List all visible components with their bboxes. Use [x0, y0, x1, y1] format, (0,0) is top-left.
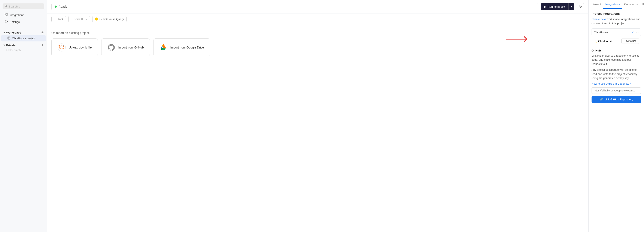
play-icon: ▶	[544, 5, 546, 8]
svg-point-11	[61, 45, 62, 45]
github-description-2: Any project collaborator will be able to…	[592, 68, 641, 80]
github-icon	[108, 44, 115, 51]
document-icon	[7, 36, 10, 40]
svg-point-9	[59, 45, 60, 46]
more-options-button[interactable]: ···	[636, 30, 639, 34]
svg-point-10	[63, 45, 64, 46]
private-chevron-icon[interactable]: ▾	[4, 44, 5, 47]
upload-ipynb-label: Upload .ipynb file	[69, 46, 92, 49]
main-wrapper: Ready ▶ Run notebook ▾ ↻ + Block + Code …	[47, 0, 588, 232]
private-section-header: ▾ Private +	[0, 41, 47, 48]
project-integrations-section: Project integrations Create new workspac…	[592, 12, 641, 25]
run-notebook-button[interactable]: ▶ Run notebook	[541, 3, 568, 10]
run-dropdown-button[interactable]: ▾	[569, 3, 574, 10]
import-title: Or import an existing project...	[52, 31, 584, 35]
refresh-icon: ↻	[579, 5, 582, 9]
clickhouse-integration-item: ClickHouse ✓ ··· ClickHouse How to use	[592, 28, 641, 45]
add-code-button[interactable]: + Code ⌘ + J	[68, 16, 90, 22]
github-section: GitHub Link this project to a repository…	[592, 49, 641, 103]
svg-point-0	[5, 5, 7, 7]
import-drive-card[interactable]: Import from Google Drive	[153, 38, 210, 56]
import-drive-label: Import from Google Drive	[170, 46, 204, 49]
svg-rect-1	[5, 13, 6, 14]
jupyter-icon	[58, 43, 66, 51]
project-integrations-title: Project integrations	[592, 12, 641, 15]
top-toolbar: Ready ▶ Run notebook ▾ ↻	[47, 0, 588, 13]
right-panel-content: Project integrations Create new workspac…	[588, 9, 644, 106]
add-block-button[interactable]: + Block	[52, 16, 66, 22]
status-text: Ready	[58, 5, 67, 8]
search-placeholder: Search...	[9, 5, 20, 8]
sidebar-item-settings[interactable]: Settings	[1, 18, 46, 25]
link-github-repo-label: Link GitHub Repository	[604, 98, 633, 101]
svg-rect-4	[7, 15, 8, 16]
add-block-label: + Block	[54, 17, 63, 21]
right-panel-tabs: Project Integrations Comments History	[588, 0, 644, 9]
how-to-use-button[interactable]: How to use	[621, 38, 639, 44]
sidebar-item-integrations-label: Integrations	[10, 13, 24, 17]
clickhouse-bars-icon	[95, 17, 98, 21]
tab-integrations[interactable]: Integrations	[603, 0, 622, 9]
status-bar: Ready	[52, 3, 538, 10]
status-dot	[54, 5, 57, 8]
block-toolbar: + Block + Code ⌘ + J + ClickHouse Query	[47, 13, 588, 25]
refresh-button[interactable]: ↻	[577, 3, 584, 10]
svg-point-5	[6, 21, 7, 22]
integrations-icon	[5, 13, 8, 17]
workspace-chevron-icon[interactable]: ▾	[4, 31, 5, 34]
create-new-text: Create new workspace integrations and co…	[592, 17, 641, 25]
create-new-link[interactable]: Create new	[592, 17, 606, 21]
link-icon: 🔗	[600, 98, 603, 101]
svg-rect-2	[7, 13, 8, 14]
workspace-add-button[interactable]: +	[42, 30, 44, 34]
import-cards: Upload .ipynb file Import from GitHub	[52, 38, 584, 56]
clickhouse-sub-name: ClickHouse	[598, 39, 612, 43]
svg-rect-3	[5, 15, 6, 16]
search-bar[interactable]: Search...	[2, 3, 44, 9]
sidebar-item-integrations[interactable]: Integrations	[1, 11, 46, 18]
tab-project[interactable]: Project	[590, 0, 603, 9]
code-shortcut: ⌘ + J	[81, 18, 87, 20]
clickhouse-project-label: ClickHouse project	[12, 37, 35, 40]
run-notebook-label: Run notebook	[548, 5, 565, 8]
import-github-label: Import from GitHub	[118, 46, 144, 49]
tab-history[interactable]: History	[640, 0, 644, 9]
sidebar-divider	[0, 27, 47, 27]
sidebar: Search... Integrations Settings ▾ Worksp…	[0, 0, 47, 232]
import-section: Or import an existing project... Upload …	[47, 25, 588, 63]
google-drive-icon	[160, 44, 167, 51]
github-how-to-use-link[interactable]: How to use GitHub in Deepnote?	[592, 82, 631, 85]
github-description-1: Link this project to a repository to use…	[592, 54, 641, 66]
search-icon	[5, 5, 8, 8]
clickhouse-integration: ClickHouse ✓ ···	[592, 28, 641, 36]
sidebar-item-clickhouse-project[interactable]: ClickHouse project	[1, 35, 46, 41]
right-panel: Project Integrations Comments History Pr…	[588, 0, 644, 232]
link-github-repo-button[interactable]: 🔗 Link GitHub Repository	[592, 96, 641, 103]
folder-empty-label: Folder empty	[0, 48, 47, 53]
main-content: Ready ▶ Run notebook ▾ ↻ + Block + Code …	[47, 0, 588, 232]
clickhouse-integration-name: ClickHouse	[594, 31, 608, 34]
add-clickhouse-label: + ClickHouse Query	[99, 17, 124, 21]
add-clickhouse-button[interactable]: + ClickHouse Query	[92, 16, 126, 22]
workspace-section-header: ▾ Workspace +	[0, 29, 47, 35]
upload-ipynb-card[interactable]: Upload .ipynb file	[52, 38, 98, 56]
clickhouse-mini-icon	[594, 39, 596, 43]
settings-icon	[5, 20, 8, 24]
check-icon: ✓	[632, 30, 634, 34]
github-url-input[interactable]	[592, 87, 641, 94]
run-btn-group: ▶ Run notebook ▾	[541, 3, 574, 10]
sidebar-item-settings-label: Settings	[10, 20, 20, 23]
tab-comments[interactable]: Comments	[622, 0, 640, 9]
clickhouse-sub-item: ClickHouse How to use	[592, 37, 641, 45]
github-title: GitHub	[592, 49, 641, 52]
import-github-card[interactable]: Import from GitHub	[101, 38, 150, 56]
add-code-label: + Code	[71, 17, 80, 21]
workspace-label: Workspace	[6, 31, 21, 34]
private-add-button[interactable]: +	[42, 43, 44, 47]
clickhouse-integration-actions: ✓ ···	[632, 30, 639, 34]
private-label: Private	[6, 44, 16, 47]
